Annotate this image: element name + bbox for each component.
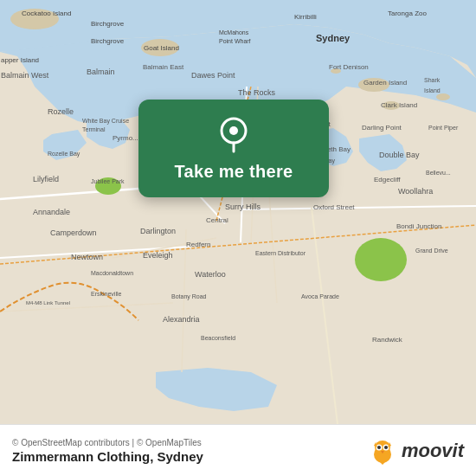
svg-text:Macdonaldtown: Macdonaldtown: [91, 270, 133, 276]
svg-text:Terminal: Terminal: [82, 126, 106, 132]
svg-text:Camperdown: Camperdown: [50, 228, 97, 237]
svg-text:Erskineville: Erskineville: [91, 291, 122, 297]
svg-text:Balmain East: Balmain East: [143, 63, 184, 71]
svg-text:Jubilee Park: Jubilee Park: [91, 178, 125, 184]
svg-text:Edgecliff: Edgecliff: [374, 176, 401, 183]
svg-text:Taronga Zoo: Taronga Zoo: [388, 10, 427, 17]
svg-text:Bondi Junction: Bondi Junction: [396, 222, 441, 230]
svg-text:Balmain West: Balmain West: [1, 71, 49, 80]
svg-text:Annandale: Annandale: [33, 208, 70, 216]
svg-text:Point Piper: Point Piper: [428, 125, 459, 132]
svg-point-100: [377, 446, 381, 449]
svg-text:Eveleigh: Eveleigh: [143, 251, 173, 260]
svg-text:Rozelle: Rozelle: [48, 107, 74, 116]
svg-text:Point Wharf: Point Wharf: [219, 38, 251, 44]
bottom-left-info: © OpenStreetMap contributors | © OpenMap…: [12, 438, 203, 464]
svg-text:Beaconsfield: Beaconsfield: [201, 335, 235, 341]
svg-text:Balmain: Balmain: [87, 68, 115, 76]
svg-text:Darling Point: Darling Point: [362, 124, 402, 132]
svg-text:Oxford Street: Oxford Street: [313, 203, 355, 211]
svg-text:Randwick: Randwick: [372, 336, 403, 344]
svg-text:Central: Central: [206, 216, 228, 224]
moovit-logo: moovit: [369, 437, 464, 465]
moovit-brand-text: moovit: [402, 440, 464, 462]
svg-text:The Rocks: The Rocks: [238, 88, 276, 97]
svg-text:Shark: Shark: [424, 77, 441, 83]
svg-text:Birchgrove: Birchgrove: [91, 20, 125, 28]
svg-text:Clark Island: Clark Island: [381, 101, 417, 109]
svg-point-13: [436, 93, 450, 100]
svg-text:Woollahra: Woollahra: [398, 187, 433, 196]
svg-text:Botany Road: Botany Road: [171, 293, 207, 300]
svg-text:Cockatoo Island: Cockatoo Island: [22, 10, 71, 17]
svg-point-101: [384, 446, 388, 449]
place-name: Zimmermann Clothing, Sydney: [12, 449, 203, 464]
take-me-there-button[interactable]: Take me there: [175, 162, 293, 182]
svg-text:Fort Denison: Fort Denison: [329, 63, 369, 71]
svg-text:M4-M8 Link Tunnel: M4-M8 Link Tunnel: [26, 300, 70, 306]
map-attribution: © OpenStreetMap contributors | © OpenMap…: [12, 438, 203, 447]
svg-point-94: [229, 126, 238, 135]
svg-text:Eastern Distributor: Eastern Distributor: [255, 250, 306, 256]
svg-text:apper Island: apper Island: [1, 56, 39, 64]
svg-text:Lilyfield: Lilyfield: [33, 175, 59, 183]
svg-text:Newtown: Newtown: [71, 253, 103, 261]
svg-point-30: [355, 238, 407, 281]
map-container: Cockatoo Island Birchgrove Kirribilli Ta…: [0, 0, 476, 424]
svg-text:Surry Hills: Surry Hills: [225, 203, 261, 211]
svg-text:Bellevu...: Bellevu...: [426, 170, 451, 176]
svg-text:Dawes Point: Dawes Point: [191, 71, 235, 80]
svg-text:Kirribilli: Kirribilli: [294, 13, 317, 21]
svg-text:Sydney: Sydney: [316, 33, 351, 43]
svg-text:Avoca Parade: Avoca Parade: [301, 293, 339, 299]
svg-text:White Bay Cruise: White Bay Cruise: [82, 118, 129, 125]
app: Cockatoo Island Birchgrove Kirribilli Ta…: [0, 0, 476, 476]
svg-text:Garden Island: Garden Island: [363, 79, 407, 87]
svg-text:Pyrmo...: Pyrmo...: [113, 134, 138, 142]
svg-text:Alexandria: Alexandria: [163, 315, 200, 324]
svg-text:Darlington: Darlington: [140, 227, 176, 235]
bottom-bar: © OpenStreetMap contributors | © OpenMap…: [0, 424, 476, 476]
svg-text:Waterloo: Waterloo: [195, 270, 226, 279]
popup-card: Take me there: [138, 100, 329, 197]
svg-text:Double Bay: Double Bay: [379, 151, 420, 159]
map-svg: Cockatoo Island Birchgrove Kirribilli Ta…: [0, 0, 476, 424]
svg-text:Rozelle Bay: Rozelle Bay: [48, 151, 80, 158]
svg-text:Goat Island: Goat Island: [144, 44, 179, 52]
svg-text:Redfern: Redfern: [186, 241, 210, 248]
svg-text:McMahons: McMahons: [219, 29, 249, 35]
moovit-owl-icon: [369, 437, 396, 465]
svg-text:Birchgrove: Birchgrove: [91, 37, 125, 45]
location-pin-icon: [215, 115, 253, 153]
svg-text:Island: Island: [424, 87, 441, 93]
svg-text:Grand Drive: Grand Drive: [415, 248, 448, 254]
